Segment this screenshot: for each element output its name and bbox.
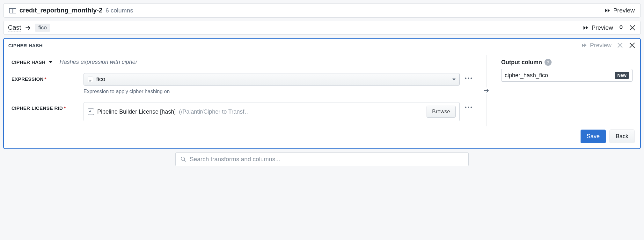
panel-title: CIPHER HASH: [8, 43, 43, 48]
close-icon[interactable]: [629, 24, 636, 31]
fast-forward-icon: [582, 25, 589, 31]
cast-label[interactable]: Cast: [8, 24, 21, 32]
expression-select[interactable]: „ fico: [84, 73, 460, 86]
dataset-name: credit_reporting_monthly-2: [19, 7, 102, 14]
search-bar: [175, 152, 469, 166]
help-icon[interactable]: ?: [545, 59, 552, 66]
arrow-right-icon: [483, 87, 490, 94]
license-picker: Pipeline Builder License [hash] (/Palant…: [84, 102, 460, 121]
search-icon: [180, 156, 187, 162]
dataset-preview-button[interactable]: Preview: [604, 7, 635, 14]
license-name: Pipeline Builder License [hash]: [97, 109, 176, 115]
expression-label: EXPRESSION*: [11, 73, 78, 82]
cipher-panel-header: CIPHER HASH Preview: [4, 39, 640, 52]
chevron-down-icon: [452, 79, 456, 80]
column-count: 6 columns: [106, 7, 133, 14]
back-button[interactable]: Back: [610, 130, 634, 143]
license-label: CIPHER LICENSE RID*: [11, 102, 78, 111]
collapse-icon[interactable]: [617, 42, 623, 49]
close-icon[interactable]: [629, 42, 636, 49]
fast-forward-icon: [581, 42, 587, 49]
expression-more-menu[interactable]: [465, 73, 478, 79]
function-name: CIPHER HASH: [11, 59, 46, 65]
license-more-menu[interactable]: [465, 102, 478, 108]
search-input[interactable]: [190, 156, 464, 163]
license-icon: [88, 109, 94, 115]
function-description: Hashes expression with cipher: [60, 59, 137, 65]
string-type-icon: „: [88, 77, 93, 82]
browse-button[interactable]: Browse: [427, 106, 456, 118]
cipher-hash-panel: CIPHER HASH Preview CIPHER HASH Hashes e…: [3, 38, 641, 149]
new-badge: New: [615, 72, 629, 79]
arrow-right-icon: [25, 25, 31, 31]
dataset-header: credit_reporting_monthly-2 6 columns Pre…: [3, 3, 641, 18]
function-selector[interactable]: CIPHER HASH Hashes expression with ciphe…: [11, 59, 478, 65]
expand-collapse-icon[interactable]: [618, 24, 624, 31]
output-column-label: Output column: [501, 59, 542, 66]
expression-help: Expression to apply cipher hashing on: [84, 89, 460, 94]
license-path: (/Palantir/Cipher to Transf…: [179, 109, 250, 115]
cast-column-chip[interactable]: fico: [35, 24, 50, 32]
cipher-preview-button[interactable]: Preview: [581, 42, 611, 49]
output-column-input[interactable]: [505, 72, 611, 79]
save-button[interactable]: Save: [581, 130, 606, 143]
preview-label: Preview: [591, 24, 613, 31]
fast-forward-icon: [604, 7, 611, 14]
preview-label: Preview: [590, 42, 611, 49]
table-icon: [9, 8, 16, 13]
expression-value: fico: [96, 76, 105, 83]
cast-preview-button[interactable]: Preview: [582, 24, 613, 31]
cast-row: Cast fico Preview: [3, 21, 641, 35]
chevron-down-icon: [49, 61, 53, 63]
preview-label: Preview: [613, 7, 635, 14]
output-column-field: New: [501, 69, 633, 82]
